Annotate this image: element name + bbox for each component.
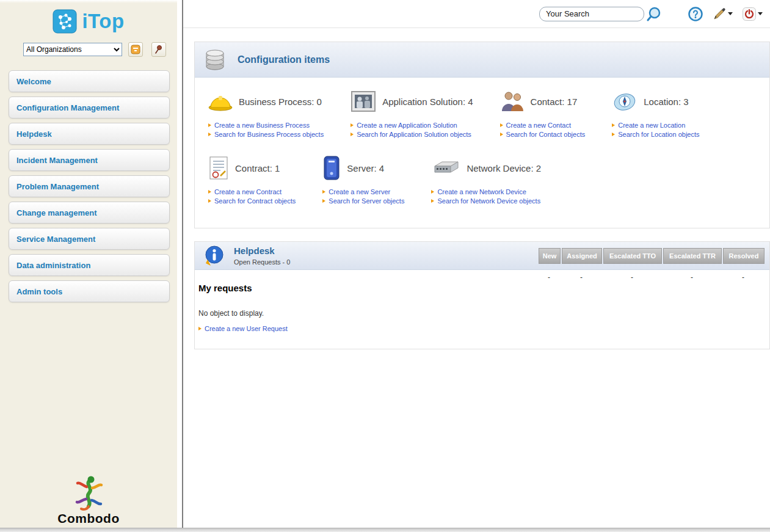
helpdesk-values-row: - - - - - [195, 273, 769, 282]
sidebar-item-configuration-management[interactable]: Configuration Management [9, 97, 170, 118]
organization-select[interactable]: All Organizations [23, 43, 122, 56]
ci-row-1: Business Process: 0 Create a new Busines… [208, 87, 769, 138]
column-header-escalated-tto: Escalated TTO [603, 248, 662, 264]
create-contract-link[interactable]: Create a new Contract [208, 188, 296, 195]
ci-heading: Business Process: 0 [239, 97, 322, 107]
pencil-icon [713, 7, 726, 21]
organization-filter-row: All Organizations [23, 42, 166, 57]
ci-heading: Network Device: 2 [467, 163, 541, 173]
hardhat-icon [208, 91, 233, 112]
column-header-escalated-ttr: Escalated TTR [663, 248, 722, 264]
power-icon [743, 7, 756, 21]
server-icon [322, 155, 341, 181]
column-header-new: New [539, 248, 561, 264]
helpdesk-column-headers: New Assigned Escalated TTO Escalated TTR… [539, 248, 765, 264]
ci-group-server: Server: 4 Create a new Server Search for… [322, 154, 404, 205]
contacts-icon [500, 90, 525, 112]
create-user-request-link[interactable]: Create a new User Request [198, 325, 769, 332]
panel-title: Configuration items [238, 54, 330, 65]
create-server-link[interactable]: Create a new Server [322, 188, 404, 195]
pin-sidebar-button[interactable] [151, 42, 166, 57]
ci-group-business-process: Business Process: 0 Create a new Busines… [208, 87, 324, 138]
sidebar-item-helpdesk[interactable]: Helpdesk [9, 123, 170, 145]
contract-icon [208, 156, 229, 180]
sidebar-item-change-management[interactable]: Change management [9, 202, 170, 224]
dropdown-caret-icon [728, 12, 733, 15]
search-network-device-link[interactable]: Search for Network Device objects [431, 197, 541, 205]
logoff-button[interactable] [743, 7, 763, 21]
itop-logo: iTop [0, 9, 177, 34]
create-business-process-link[interactable]: Create a new Business Process [208, 122, 324, 129]
itop-logo-text: iTop [82, 10, 124, 33]
configuration-items-body: Business Process: 0 Create a new Busines… [195, 78, 769, 205]
helpdesk-titles: Helpdesk Open Requests - 0 [234, 246, 290, 266]
sidebar-item-incident-management[interactable]: Incident Management [9, 149, 170, 171]
sidebar-item-data-administration[interactable]: Data administration [9, 254, 170, 276]
ci-heading: Location: 3 [644, 97, 688, 107]
configuration-items-panel: Configuration items Business Process: 0 … [194, 42, 770, 228]
window-bottom-edge [0, 528, 770, 532]
helpdesk-panel: Helpdesk Open Requests - 0 New Assigned … [194, 241, 770, 349]
search-server-link[interactable]: Search for Server objects [322, 197, 404, 205]
dropdown-caret-icon [758, 12, 763, 15]
itop-logo-icon [53, 9, 77, 34]
search-contract-link[interactable]: Search for Contract objects [208, 197, 296, 205]
database-icon [202, 47, 228, 73]
main-content: Configuration items Business Process: 0 … [183, 0, 770, 532]
search-button[interactable] [647, 6, 663, 22]
edit-mode-button[interactable] [713, 7, 733, 21]
create-application-solution-link[interactable]: Create a new Application Solution [350, 122, 473, 129]
combodo-gecko-icon [69, 475, 108, 512]
ci-row-2: Contract: 1 Create a new Contract Search… [208, 154, 769, 205]
location-compass-icon [612, 90, 637, 113]
help-button[interactable] [688, 7, 703, 21]
ci-group-network-device: Network Device: 2 Create a new Network D… [431, 154, 541, 205]
my-requests-title: My requests [198, 283, 769, 293]
search-business-process-link[interactable]: Search for Business Process objects [208, 131, 324, 138]
ci-heading: Application Solution: 4 [382, 97, 473, 107]
ci-group-location: Location: 3 Create a new Location Search… [612, 87, 699, 138]
value-assigned: - [561, 273, 601, 282]
search-icon [647, 6, 663, 22]
ci-heading: Server: 4 [347, 163, 384, 173]
organization-filter-button[interactable] [128, 42, 143, 57]
sidebar-item-service-management[interactable]: Service Management [9, 228, 170, 250]
column-header-assigned: Assigned [562, 248, 602, 264]
ci-heading: Contact: 17 [531, 97, 578, 107]
value-new: - [538, 273, 560, 282]
combodo-logo-text: Combodo [0, 511, 177, 526]
ci-group-contact: Contact: 17 Create a new Contact Search … [500, 87, 586, 138]
value-escalated-ttr: - [663, 273, 721, 282]
sidebar-item-welcome[interactable]: Welcome [9, 70, 170, 92]
sidebar-item-admin-tools[interactable]: Admin tools [9, 280, 170, 302]
create-network-device-link[interactable]: Create a new Network Device [431, 188, 541, 195]
filter-icon [131, 45, 140, 54]
info-icon [202, 244, 225, 268]
search-input[interactable] [539, 7, 644, 21]
empty-message: No object to display. [198, 309, 769, 318]
my-requests-section: My requests No object to display. Create… [195, 283, 769, 332]
search-application-solution-link[interactable]: Search for Application Solution objects [350, 131, 473, 138]
application-solution-icon [350, 90, 376, 112]
ci-group-application-solution: Application Solution: 4 Create a new App… [350, 87, 473, 138]
sidebar-menu: Welcome Configuration Management Helpdes… [9, 70, 170, 302]
helpdesk-header: Helpdesk Open Requests - 0 New Assigned … [195, 242, 769, 270]
configuration-items-header: Configuration items [195, 42, 769, 78]
topbar [183, 0, 770, 28]
value-escalated-tto: - [603, 273, 661, 282]
network-device-icon [431, 160, 460, 176]
create-location-link[interactable]: Create a new Location [612, 122, 699, 129]
search-location-link[interactable]: Search for Location objects [612, 131, 699, 138]
column-header-resolved: Resolved [723, 248, 765, 264]
value-resolved: - [722, 273, 764, 282]
sidebar-item-problem-management[interactable]: Problem Management [9, 175, 170, 197]
panel-title: Helpdesk [234, 246, 290, 256]
help-icon [688, 7, 703, 21]
create-contact-link[interactable]: Create a new Contact [500, 122, 586, 129]
search-contact-link[interactable]: Search for Contact objects [500, 131, 586, 138]
helpdesk-subtitle: Open Requests - 0 [234, 258, 290, 266]
combodo-logo[interactable]: Combodo [0, 475, 177, 526]
ci-group-contract: Contract: 1 Create a new Contract Search… [208, 154, 296, 205]
sidebar: iTop All Organizations Welcome Configura… [0, 0, 177, 532]
ci-heading: Contract: 1 [235, 163, 280, 173]
